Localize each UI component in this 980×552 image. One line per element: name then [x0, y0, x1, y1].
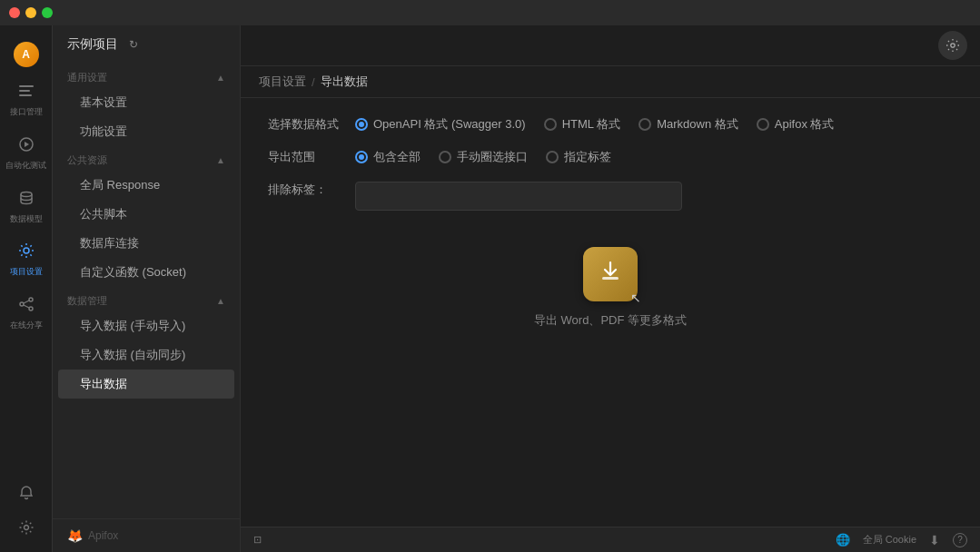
interface-icon — [17, 82, 35, 104]
range-label: 导出范围 — [268, 149, 341, 165]
format-markdown[interactable]: Markdown 格式 — [638, 116, 738, 133]
bell-button[interactable] — [0, 476, 52, 510]
nav-settings[interactable]: 项目设置 — [0, 232, 52, 286]
svg-rect-2 — [19, 94, 32, 96]
radio-manual-circle — [439, 151, 451, 163]
menu-import-manual[interactable]: 导入数据 (手动导入) — [58, 311, 234, 340]
minimize-button[interactable] — [25, 7, 36, 18]
radio-markdown-circle — [638, 118, 651, 131]
avatar-image: A — [14, 42, 39, 67]
svg-point-5 — [24, 248, 29, 253]
range-manual[interactable]: 手动圈选接口 — [439, 149, 528, 165]
apifox-logo-label: Apifox — [88, 529, 118, 542]
menu-global-response[interactable]: 全局 Response — [58, 171, 234, 200]
sidebar-panel: 示例项目 ↻ 通用设置 ▲ 基本设置 功能设置 公共资源 ▲ 全局 Respon… — [53, 25, 241, 552]
cookie-icon: 🌐 — [836, 533, 850, 547]
range-manual-label: 手动圈选接口 — [457, 149, 528, 165]
section-resources[interactable]: 公共资源 ▲ — [53, 146, 240, 171]
nav-settings-label: 项目设置 — [10, 267, 43, 277]
format-openapi[interactable]: OpenAPI 格式 (Swagger 3.0) — [355, 116, 526, 133]
format-html-label: HTML 格式 — [562, 116, 621, 133]
avatar[interactable]: A — [0, 33, 52, 73]
menu-db-connect[interactable]: 数据库连接 — [58, 229, 234, 258]
format-openapi-label: OpenAPI 格式 (Swagger 3.0) — [373, 116, 526, 133]
nav-share-label: 在线分享 — [10, 320, 43, 330]
status-bar: ⊡ 🌐 全局 Cookie ⬇ ? — [241, 527, 980, 552]
svg-rect-0 — [19, 85, 34, 87]
exclude-label: 排除标签： — [268, 182, 341, 198]
share-icon — [17, 295, 35, 318]
nav-autotest[interactable]: 自动化测试 — [0, 126, 52, 180]
svg-point-7 — [29, 307, 33, 310]
menu-import-auto[interactable]: 导入数据 (自动同步) — [58, 340, 234, 370]
help-icon[interactable]: ? — [953, 533, 967, 547]
menu-feature-settings[interactable]: 功能设置 — [58, 117, 234, 146]
menu-basic-settings[interactable]: 基本设置 — [58, 88, 234, 117]
status-left-icon: ⊡ — [253, 534, 262, 546]
section-data[interactable]: 数据管理 ▲ — [53, 287, 240, 311]
refresh-icon[interactable]: ↻ — [129, 38, 138, 51]
bell-icon — [18, 485, 35, 501]
breadcrumb-link-settings[interactable]: 项目设置 — [259, 74, 306, 90]
radio-tag-circle — [546, 151, 559, 163]
menu-export[interactable]: 导出数据 — [58, 370, 234, 399]
nav-interface[interactable]: 接口管理 — [0, 73, 52, 126]
gear-button[interactable] — [0, 510, 52, 545]
project-title: 示例项目 — [67, 36, 118, 53]
sidebar-menu: 通用设置 ▲ 基本设置 功能设置 公共资源 ▲ 全局 Response 公共脚本… — [53, 64, 240, 518]
format-html[interactable]: HTML 格式 — [544, 116, 621, 133]
tag-input[interactable] — [355, 182, 682, 211]
export-btn-icon — [598, 259, 623, 290]
svg-point-8 — [20, 302, 24, 306]
nav-share[interactable]: 在线分享 — [0, 286, 52, 340]
section-resources-label: 公共资源 — [67, 153, 107, 167]
content-area: 项目设置 / 导出数据 选择数据格式 OpenAPI 格式 (Swagger 3… — [241, 25, 980, 552]
exclude-tags-row: 排除标签： — [268, 182, 953, 211]
collapse-resources-icon: ▲ — [216, 155, 225, 165]
cursor-icon: ↖ — [630, 291, 641, 305]
format-label: 选择数据格式 — [268, 116, 341, 133]
format-apifox-label: Apifox 格式 — [775, 116, 835, 133]
breadcrumb-separator: / — [312, 75, 315, 89]
breadcrumb: 项目设置 / 导出数据 — [241, 66, 980, 98]
menu-custom-func[interactable]: 自定义函数 (Socket) — [58, 258, 234, 287]
apifox-logo-area: 🦊 Apifox — [53, 518, 240, 552]
maximize-button[interactable] — [42, 7, 53, 18]
section-data-label: 数据管理 — [67, 294, 107, 308]
range-row: 导出范围 包含全部 手动圈选接口 指定标签 — [268, 149, 953, 165]
close-button[interactable] — [9, 7, 20, 18]
gear-icon — [18, 519, 35, 536]
cookie-label[interactable]: 全局 Cookie — [863, 533, 916, 547]
svg-point-6 — [29, 298, 33, 301]
section-general[interactable]: 通用设置 ▲ — [53, 64, 240, 88]
radio-openapi-circle — [355, 118, 368, 131]
status-bar-right: 🌐 全局 Cookie ⬇ ? — [836, 533, 967, 547]
export-button[interactable]: ↖ — [583, 247, 638, 301]
radio-all-circle — [355, 151, 368, 163]
collapse-data-icon: ▲ — [216, 296, 225, 306]
format-markdown-label: Markdown 格式 — [657, 116, 738, 133]
title-bar — [0, 0, 980, 25]
svg-rect-1 — [19, 90, 30, 92]
nav-datamodel[interactable]: 数据模型 — [0, 180, 52, 233]
menu-public-script[interactable]: 公共脚本 — [58, 200, 234, 229]
svg-point-9 — [24, 526, 28, 530]
format-apifox[interactable]: Apifox 格式 — [757, 116, 835, 133]
range-tag-label: 指定标签 — [564, 149, 611, 165]
settings-top-button[interactable] — [938, 31, 967, 60]
settings-top-icon — [945, 38, 960, 53]
svg-point-10 — [951, 44, 955, 47]
svg-point-4 — [21, 192, 32, 196]
svg-rect-11 — [602, 277, 619, 280]
icon-bar: A 接口管理 自动化测试 — [0, 25, 53, 552]
project-header: 示例项目 ↻ — [53, 25, 240, 64]
settings-icon — [17, 242, 35, 264]
format-row: 选择数据格式 OpenAPI 格式 (Swagger 3.0) HTML 格式 … — [268, 116, 953, 133]
download-icon[interactable]: ⬇ — [929, 533, 940, 547]
format-radio-group: OpenAPI 格式 (Swagger 3.0) HTML 格式 Markdow… — [355, 116, 835, 133]
range-all[interactable]: 包含全部 — [355, 149, 421, 165]
datamodel-icon — [17, 189, 35, 212]
nav-autotest-label: 自动化测试 — [5, 161, 46, 171]
range-tag[interactable]: 指定标签 — [546, 149, 611, 165]
content-header — [241, 25, 980, 66]
